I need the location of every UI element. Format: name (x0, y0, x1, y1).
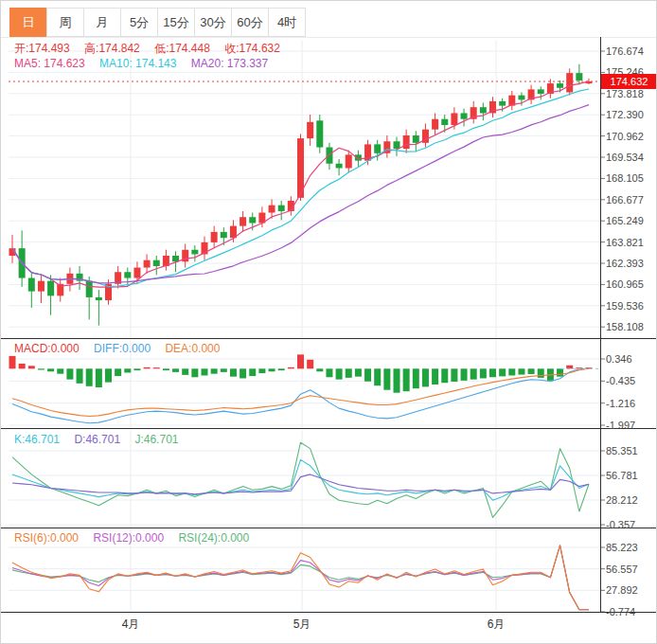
macd-bar (191, 368, 198, 377)
macd-bar (163, 368, 169, 370)
candle (240, 217, 246, 225)
dea-value: DEA:0.000 (165, 342, 220, 355)
y-tick-label: 56.557 (606, 564, 657, 575)
tab-60min[interactable]: 60分 (231, 8, 269, 37)
y-tick-label: -0.774 (606, 606, 657, 617)
candle (221, 232, 227, 238)
macd-bar (96, 368, 102, 387)
y-tick-label: 85.223 (606, 542, 657, 553)
tab-5min[interactable]: 5分 (120, 8, 158, 37)
candle (278, 206, 285, 211)
candle (557, 83, 563, 88)
candle (346, 154, 352, 168)
macd-bar (374, 368, 381, 385)
y-tick-label: 172.390 (606, 109, 657, 120)
y-tick-label: 159.536 (606, 300, 657, 312)
macd-bar (518, 368, 524, 374)
macd-bar (307, 360, 313, 369)
macd-bar (480, 368, 487, 378)
macd-bar (461, 368, 468, 381)
rsi12-value: RSI(12):0.000 (93, 531, 164, 545)
candle (451, 113, 457, 125)
candle (394, 141, 400, 149)
tab-30min[interactable]: 30分 (194, 8, 232, 37)
macd-bar (182, 368, 188, 375)
macd-bar (336, 368, 343, 379)
macd-bar (441, 368, 448, 383)
tab-week[interactable]: 周 (46, 8, 84, 37)
macd-bar (9, 356, 16, 368)
candle (538, 89, 544, 94)
candle (28, 278, 35, 292)
candle (441, 119, 448, 125)
macd-bar (133, 368, 140, 370)
macd-bar (326, 368, 332, 377)
x-label-may: 5月 (283, 617, 321, 633)
macd-bar (258, 368, 265, 373)
candle (403, 135, 410, 149)
tab-day[interactable]: 日 (9, 8, 47, 37)
y-tick-label: 165.249 (606, 215, 657, 226)
macd-bar (269, 368, 275, 371)
macd-bar (230, 368, 237, 376)
tab-15min[interactable]: 15分 (157, 8, 195, 37)
candle (133, 268, 140, 278)
candle (566, 73, 573, 92)
panel-divider (1, 338, 657, 339)
macd-bar (471, 368, 477, 379)
macd-bar (394, 368, 400, 392)
candle (124, 272, 131, 277)
macd-bar (316, 368, 323, 371)
macd-bar (508, 368, 515, 375)
tab-month[interactable]: 月 (83, 8, 121, 37)
macd-bar (538, 368, 544, 378)
macd-legend: MACD:0.000 DIFF:0.000 DEA:0.000 (14, 342, 231, 355)
rsi-legend: RSI(6):0.000 RSI(12):0.000 RSI(24):0.000 (14, 531, 260, 545)
macd-bar (115, 368, 121, 376)
kdj-legend: K:46.701 D:46.701 J:46.701 (14, 433, 189, 446)
price-panel (1, 37, 657, 338)
panel-divider (1, 428, 657, 429)
macd-bar (528, 368, 535, 374)
ma10-value: MA10: 174.143 (99, 57, 176, 70)
x-label-june: 6月 (477, 617, 515, 633)
macd-bar (221, 368, 227, 372)
y-tick-label: 85.351 (606, 445, 657, 456)
macd-bar (557, 368, 563, 376)
candle (576, 73, 582, 80)
ma20-value: MA20: 173.337 (191, 57, 268, 70)
candle (191, 250, 198, 255)
candle (153, 260, 160, 266)
candle (480, 107, 487, 113)
candle (316, 120, 323, 147)
macd-bar (288, 367, 294, 368)
macd-bar (489, 368, 496, 377)
panel-divider (1, 528, 657, 528)
macd-bar (355, 368, 362, 376)
tab-4hour[interactable]: 4时 (268, 8, 306, 37)
current-price-tag: 174.632 (601, 74, 657, 89)
y-tick-label: 162.393 (606, 258, 657, 269)
candle (172, 256, 179, 261)
y-tick-label: 169.534 (606, 152, 657, 163)
macd-bar (278, 368, 285, 370)
macd-bar (86, 368, 93, 386)
ma5-value: MA5: 174.623 (14, 57, 85, 70)
candle (326, 148, 332, 164)
macd-bar (66, 368, 73, 379)
k-value: K:46.701 (14, 433, 60, 446)
macd-bar (47, 368, 54, 371)
y-tick-label: 0.346 (606, 353, 657, 365)
open-value: 开:174.493 (14, 42, 70, 55)
candle (38, 281, 44, 292)
macd-bar (38, 368, 44, 369)
macd-bar (566, 366, 573, 369)
macd-bar (422, 368, 429, 386)
macd-bar (240, 368, 246, 378)
y-tick-label: -1.997 (606, 420, 657, 431)
panel-divider (1, 612, 657, 613)
macd-bar (432, 368, 438, 385)
macd-bar (297, 354, 304, 368)
macd-bar (124, 368, 131, 372)
macd-bar (211, 368, 218, 373)
